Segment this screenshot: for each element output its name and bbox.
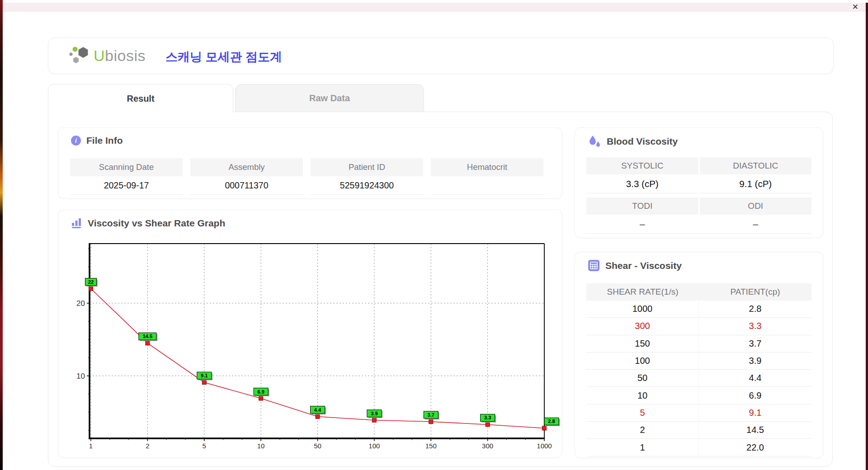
- droplets-icon: [588, 135, 601, 148]
- file-info-field: Scanning Date2025-09-17: [70, 158, 183, 195]
- info-icon: i: [71, 136, 81, 146]
- data-label-text: 3.3: [484, 415, 491, 420]
- graph-title: Viscosity vs Shear Rate Graph: [88, 218, 225, 229]
- patient-cell: 14.5: [699, 422, 811, 439]
- tab-raw-data[interactable]: Raw Data: [235, 84, 424, 112]
- table-row: 504.4: [586, 370, 811, 387]
- logo-letters-biosis: biosis: [105, 47, 146, 64]
- patient-cell: 6.9: [699, 387, 811, 404]
- y-axis-tick-label: 10: [76, 372, 85, 381]
- tab-result[interactable]: Result: [48, 84, 233, 113]
- data-point-marker: [259, 396, 263, 400]
- cell-value: –: [700, 215, 812, 234]
- app-title: 스캐닝 모세관 점도계: [165, 49, 282, 65]
- y-axis-tick-label: 20: [76, 299, 85, 308]
- logo-wordmark: Ubiosis: [94, 45, 146, 66]
- data-label-text: 3.7: [428, 412, 434, 418]
- field-value: 2025-09-17: [70, 176, 183, 195]
- shear-viscosity-table-header: SHEAR RATE(1/s)PATIENT(cp): [586, 283, 811, 301]
- field-value: 000711370: [190, 176, 303, 195]
- shear-viscosity-card: Shear - Viscosity SHEAR RATE(1/s)PATIENT…: [575, 252, 823, 458]
- app-window: ✕ Ubiosis 스캐닝 모세관 점도계 Result Raw Data i …: [0, 0, 868, 470]
- hexagon-cluster-icon: [69, 45, 91, 66]
- window-titlebar: ✕: [3, 3, 866, 12]
- data-label-text: 4.4: [314, 407, 321, 413]
- shear-rate-cell: 150: [586, 335, 699, 352]
- data-label-text: 2.8: [548, 418, 555, 424]
- field-label: Scanning Date: [70, 158, 183, 176]
- table-row: 59.1: [586, 404, 811, 422]
- table-row: 122.0: [586, 439, 811, 456]
- bar-chart-icon: [71, 217, 82, 229]
- blood-viscosity-title: Blood Viscosity: [607, 136, 678, 147]
- table-grid-icon: [588, 259, 600, 272]
- patient-cell: 4.4: [699, 370, 811, 387]
- patient-cell: 3.9: [699, 352, 811, 370]
- patient-cell: 22.0: [699, 439, 811, 456]
- close-icon[interactable]: ✕: [852, 2, 859, 13]
- file-info-field: Patient ID52591924300: [311, 158, 423, 195]
- x-axis-tick-label: 10: [257, 442, 265, 450]
- shear-rate-cell: 2: [586, 422, 699, 439]
- file-info-header: i File Info: [71, 135, 123, 146]
- desktop-wallpaper-left-strip: [0, 0, 3, 470]
- data-label-text: 6.9: [257, 389, 264, 395]
- field-value: 52591924300: [311, 176, 423, 195]
- cell-value: 9.1 (cP): [700, 174, 812, 193]
- blood-viscosity-card: Blood Viscosity SYSTOLICDIASTOLIC3.3 (cP…: [575, 127, 823, 238]
- x-axis-tick-label: 300: [482, 442, 493, 450]
- shear-viscosity-table-body: 10002.83003.31503.71003.9504.4106.959.12…: [586, 301, 811, 456]
- shear-rate-cell: 1000: [586, 301, 699, 318]
- column-header: PATIENT(cp): [699, 283, 811, 301]
- data-point-marker: [146, 341, 150, 345]
- data-label-text: 3.9: [371, 411, 377, 416]
- column-header: SHEAR RATE(1/s): [586, 283, 699, 301]
- data-point-marker: [429, 420, 433, 424]
- data-point-marker: [542, 426, 547, 430]
- field-label: Assembly: [190, 158, 303, 176]
- table-value-row: ––: [586, 215, 811, 234]
- shear-viscosity-header: Shear - Viscosity: [588, 259, 682, 272]
- file-info-field: Hematocrit: [431, 158, 543, 195]
- tab-raw-data-label: Raw Data: [309, 93, 350, 103]
- table-row: 1503.7: [586, 335, 811, 352]
- data-point-marker: [202, 381, 206, 385]
- shear-rate-cell: 100: [586, 352, 699, 370]
- logo-letter-u: U: [94, 47, 105, 64]
- data-point-marker: [316, 414, 320, 418]
- shear-rate-cell: 10: [586, 387, 699, 404]
- column-header: TODI: [586, 197, 698, 215]
- patient-cell: 3.7: [699, 335, 811, 352]
- desktop-wallpaper-right-strip: [866, 3, 868, 470]
- shear-rate-cell: 1: [586, 439, 699, 456]
- field-label: Patient ID: [311, 158, 423, 176]
- table-row: 10002.8: [586, 301, 811, 318]
- x-axis-tick-label: 100: [368, 442, 380, 450]
- data-point-marker: [89, 287, 93, 291]
- patient-cell: 3.3: [699, 318, 811, 335]
- data-label-text: 22: [88, 279, 94, 285]
- file-info-title: File Info: [86, 135, 123, 146]
- column-header: DIASTOLIC: [700, 157, 812, 174]
- shear-rate-cell: 300: [586, 318, 699, 335]
- table-row: 3003.3: [586, 318, 811, 335]
- shear-rate-cell: 5: [586, 404, 699, 422]
- app-header: Ubiosis 스캐닝 모세관 점도계: [48, 38, 834, 74]
- viscosity-chart-svg: 1020125105010015030010002214.59.16.94.43…: [69, 236, 557, 453]
- column-header: ODI: [700, 197, 812, 215]
- tab-result-label: Result: [127, 94, 154, 104]
- shear-rate-cell: 50: [586, 370, 699, 387]
- column-header: SYSTOLIC: [586, 157, 698, 174]
- x-axis-tick-label: 2: [146, 442, 149, 450]
- x-axis-tick-label: 5: [203, 442, 206, 450]
- blood-viscosity-table: SYSTOLICDIASTOLIC3.3 (cP)9.1 (cP)TODIODI…: [586, 157, 811, 234]
- table-row: 1003.9: [586, 352, 811, 370]
- table-header-row: SYSTOLICDIASTOLIC: [586, 157, 811, 174]
- viscosity-graph-card: Viscosity vs Shear Rate Graph 1020125105…: [58, 210, 562, 458]
- x-axis-tick-label: 1: [89, 442, 93, 450]
- file-info-card: i File Info Scanning Date2025-09-17Assem…: [58, 127, 562, 199]
- table-row: 214.5: [586, 422, 811, 439]
- data-label-text: 9.1: [201, 373, 208, 378]
- data-point-marker: [486, 423, 490, 427]
- table-header-row: TODIODI: [586, 197, 811, 215]
